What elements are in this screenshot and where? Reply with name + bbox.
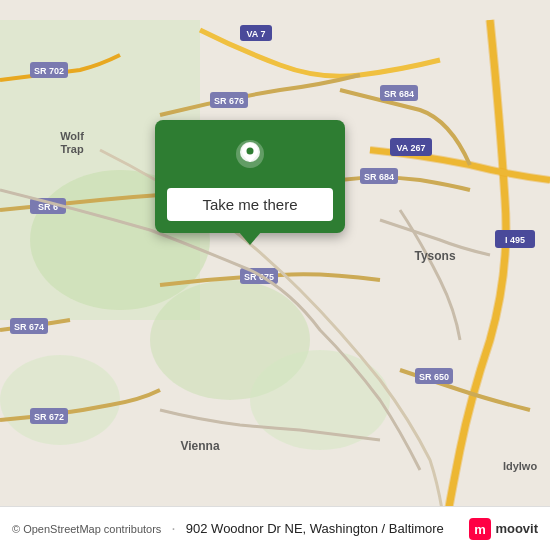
svg-text:SR 650: SR 650 [419, 372, 449, 382]
take-me-there-button[interactable]: Take me there [167, 188, 333, 221]
svg-text:Trap: Trap [60, 143, 84, 155]
bottom-left: © OpenStreetMap contributors · 902 Woodn… [12, 520, 444, 538]
moovit-text: moovit [495, 521, 538, 536]
copyright-text: © OpenStreetMap contributors [12, 523, 161, 535]
address-text: 902 Woodnor Dr NE, Washington / Baltimor… [186, 521, 444, 536]
svg-text:SR 676: SR 676 [214, 96, 244, 106]
svg-point-37 [247, 148, 254, 155]
svg-text:VA 267: VA 267 [396, 143, 425, 153]
bottom-bar: © OpenStreetMap contributors · 902 Woodn… [0, 506, 550, 550]
separator: · [171, 520, 175, 538]
svg-text:SR 672: SR 672 [34, 412, 64, 422]
svg-text:Vienna: Vienna [180, 439, 219, 453]
map-container: I 495 VA 267 VA 7 SR 702 SR 676 SR 684 S… [0, 0, 550, 550]
svg-text:SR 684: SR 684 [364, 172, 394, 182]
map-roads-svg: I 495 VA 267 VA 7 SR 702 SR 676 SR 684 S… [0, 0, 550, 550]
svg-text:SR 702: SR 702 [34, 66, 64, 76]
svg-point-4 [0, 355, 120, 445]
svg-text:VA 7: VA 7 [246, 29, 265, 39]
svg-text:Wolf: Wolf [60, 130, 84, 142]
svg-text:Tysons: Tysons [414, 249, 455, 263]
svg-text:Idylwo: Idylwo [503, 460, 538, 472]
svg-text:I 495: I 495 [505, 235, 525, 245]
moovit-logo: m moovit [469, 518, 538, 540]
moovit-icon: m [469, 518, 491, 540]
location-pin-icon [228, 136, 272, 180]
location-popup: Take me there [155, 120, 345, 233]
svg-text:SR 674: SR 674 [14, 322, 44, 332]
svg-text:SR 684: SR 684 [384, 89, 414, 99]
svg-text:m: m [475, 522, 487, 537]
